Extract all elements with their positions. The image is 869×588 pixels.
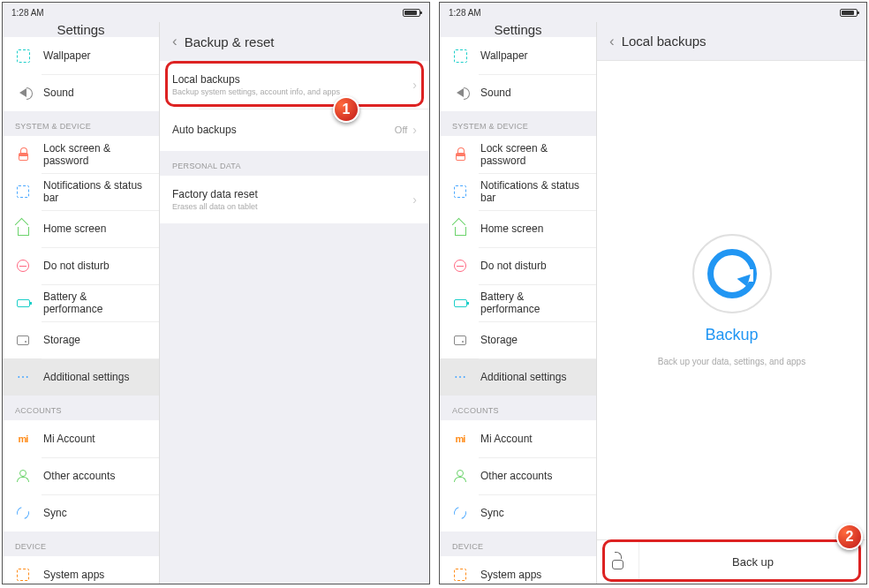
sidebar-item-label: Battery & performance — [43, 290, 147, 315]
sidebar-item-label: Additional settings — [480, 371, 584, 383]
battery-icon — [403, 9, 420, 17]
sync-icon — [15, 505, 31, 521]
person-icon — [452, 468, 468, 484]
sidebar-item-label: Sync — [43, 507, 147, 519]
sidebar-item-mi-account[interactable]: miMi Account — [440, 420, 596, 457]
person-icon — [15, 468, 31, 484]
row-factory-reset[interactable]: Factory data reset Erases all data on ta… — [160, 176, 429, 223]
storage-icon — [15, 332, 31, 348]
section-header-system: SYSTEM & DEVICE — [3, 111, 159, 136]
sidebar-item-sound[interactable]: Sound — [3, 74, 159, 111]
wallpaper-icon — [452, 48, 468, 64]
mi-icon: mi — [15, 431, 31, 447]
battery-icon — [840, 9, 858, 17]
sidebar-item-label: Battery & performance — [480, 290, 584, 315]
sidebar-item-additional[interactable]: ⋯Additional settings — [3, 358, 159, 396]
row-label: Local backups — [172, 73, 412, 86]
sound-icon — [15, 85, 31, 101]
sidebar-item-notifications[interactable]: Notifications & status bar — [3, 173, 159, 210]
sidebar-item-label: Sound — [43, 87, 147, 99]
apps-icon — [15, 567, 31, 583]
home-icon — [452, 221, 468, 237]
sidebar-item-label: Wallpaper — [480, 49, 584, 62]
sidebar-item-label: Home screen — [480, 222, 584, 235]
back-button[interactable]: ‹ — [609, 33, 615, 50]
chevron-right-icon: › — [412, 78, 417, 92]
sidebar-item-battery[interactable]: Battery & performance — [440, 284, 596, 321]
clock: 1:28 AM — [11, 8, 44, 18]
sidebar-item-mi-account[interactable]: miMi Account — [3, 420, 159, 457]
row-value: Off — [395, 124, 407, 135]
home-icon — [15, 221, 31, 237]
device-screen-2: 1:28 AM Settings Wallpaper Sound SYSTEM … — [439, 2, 867, 584]
row-local-backups[interactable]: Local backups Backup system settings, ac… — [160, 61, 429, 109]
sidebar-item-additional[interactable]: ⋯Additional settings — [440, 358, 596, 396]
sidebar-item-battery[interactable]: Battery & performance — [3, 284, 159, 321]
sound-icon — [452, 85, 468, 101]
sidebar-item-label: Sound — [480, 87, 584, 99]
sidebar-item-lock[interactable]: Lock screen & password — [3, 136, 159, 173]
row-label: Auto backups — [172, 124, 395, 136]
dnd-icon — [452, 258, 468, 274]
clock: 1:28 AM — [449, 8, 481, 18]
sidebar-item-sync[interactable]: Sync — [3, 494, 159, 531]
apps-icon — [452, 567, 468, 583]
sidebar-item-label: Notifications & status bar — [480, 179, 584, 204]
sidebar-item-sound[interactable]: Sound — [440, 74, 596, 111]
backup-empty-state: Backup Back up your data, settings, and … — [597, 61, 866, 539]
device-screen-1: 1:28 AM Settings Wallpaper Sound SYSTEM … — [2, 2, 430, 584]
sidebar-item-storage[interactable]: Storage — [440, 321, 596, 358]
chevron-right-icon: › — [412, 123, 417, 137]
section-header-accounts: ACCOUNTS — [3, 396, 159, 420]
sidebar-item-sync[interactable]: Sync — [440, 494, 596, 531]
sidebar-item-home[interactable]: Home screen — [3, 210, 159, 247]
sidebar-item-other-accounts[interactable]: Other accounts — [3, 457, 159, 494]
sidebar-item-label: Do not disturb — [480, 260, 584, 272]
sidebar-item-label: System apps — [480, 569, 584, 581]
sidebar-item-home[interactable]: Home screen — [440, 210, 596, 247]
backup-button[interactable]: Back up — [639, 555, 866, 569]
sidebar-title: Settings — [3, 22, 159, 37]
notifications-icon — [15, 184, 31, 200]
section-header-device: DEVICE — [440, 531, 596, 556]
back-button[interactable]: ‹ — [172, 33, 178, 50]
lock-icon — [452, 147, 468, 162]
sidebar-item-wallpaper[interactable]: Wallpaper — [3, 37, 159, 74]
section-header-accounts: ACCOUNTS — [440, 396, 596, 420]
sidebar-item-other-accounts[interactable]: Other accounts — [440, 457, 596, 494]
page-title: Backup & reset — [185, 34, 275, 49]
section-header-system: SYSTEM & DEVICE — [440, 111, 596, 136]
row-label: Factory data reset — [172, 188, 412, 200]
sidebar-item-label: Lock screen & password — [43, 142, 147, 167]
sidebar-item-label: Storage — [480, 334, 584, 346]
section-header-device: DEVICE — [3, 531, 159, 556]
backup-subheading: Back up your data, settings, and apps — [658, 357, 805, 366]
sidebar-item-system-apps[interactable]: System apps — [440, 556, 596, 584]
row-auto-backups[interactable]: Auto backups Off › — [160, 109, 429, 151]
notifications-icon — [452, 184, 468, 200]
sidebar-item-label: Lock screen & password — [480, 142, 584, 167]
lock-icon — [15, 147, 31, 162]
sidebar-item-wallpaper[interactable]: Wallpaper — [440, 37, 596, 74]
bottom-toolbar: Back up — [597, 539, 866, 584]
sidebar-item-label: Notifications & status bar — [43, 179, 147, 204]
page-title: Local backups — [622, 34, 707, 49]
sidebar-item-label: Sync — [480, 507, 584, 519]
dnd-icon — [15, 258, 31, 274]
more-icon: ⋯ — [452, 369, 468, 385]
lock-toggle[interactable] — [597, 540, 639, 584]
status-bar: 1:28 AM — [440, 3, 866, 22]
row-sublabel: Backup system settings, account info, an… — [172, 87, 412, 96]
wallpaper-icon — [15, 48, 31, 64]
sidebar-item-system-apps[interactable]: System apps — [3, 556, 159, 584]
sidebar-item-lock[interactable]: Lock screen & password — [440, 136, 596, 173]
sidebar-item-storage[interactable]: Storage — [3, 321, 159, 358]
battery-perf-icon — [15, 295, 31, 311]
sidebar-item-label: System apps — [43, 569, 147, 581]
sidebar-item-label: Home screen — [43, 222, 147, 235]
sidebar-item-dnd[interactable]: Do not disturb — [440, 247, 596, 284]
backup-heading: Backup — [705, 326, 758, 344]
sidebar-item-notifications[interactable]: Notifications & status bar — [440, 173, 596, 210]
row-sublabel: Erases all data on tablet — [172, 202, 412, 211]
sidebar-item-dnd[interactable]: Do not disturb — [3, 247, 159, 284]
